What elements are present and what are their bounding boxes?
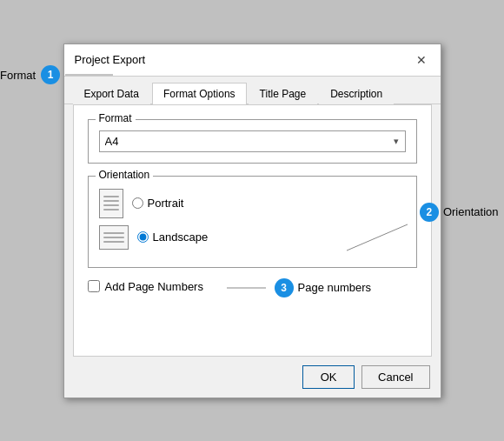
- tab-description[interactable]: Description: [319, 83, 394, 104]
- dialog: Project Export ✕ Export Data Format Opti…: [63, 43, 441, 398]
- tab-export-data[interactable]: Export Data: [73, 83, 150, 104]
- line1: [103, 232, 124, 234]
- annotation-2-bubble: 2: [420, 203, 439, 222]
- line1: [103, 196, 119, 197]
- format-select[interactable]: A4 A3 Letter Legal: [99, 130, 406, 152]
- tab-title-page[interactable]: Title Page: [249, 83, 318, 104]
- landscape-text: Landscape: [153, 231, 209, 244]
- annotation-1-label: Format: [0, 69, 36, 82]
- portrait-label[interactable]: Portrait: [132, 197, 184, 210]
- portrait-lines: [100, 192, 123, 214]
- annotation-1-bubble: 1: [41, 65, 60, 84]
- page-numbers-checkbox[interactable]: [88, 280, 100, 292]
- cancel-button[interactable]: Cancel: [361, 365, 429, 389]
- format-legend: Format: [96, 112, 136, 124]
- portrait-radio[interactable]: [132, 197, 143, 209]
- landscape-radio[interactable]: [137, 231, 149, 243]
- tab-content: Format A4 A3 Letter Legal Orientation: [73, 104, 432, 357]
- line3: [103, 204, 119, 206]
- annotation-3-bubble: 3: [275, 278, 294, 297]
- landscape-label[interactable]: Landscape: [137, 231, 209, 244]
- line3: [103, 241, 124, 243]
- annotation-2-label: Orientation: [443, 205, 499, 218]
- landscape-lines: [100, 229, 128, 246]
- format-select-wrapper: A4 A3 Letter Legal: [99, 130, 406, 152]
- close-button[interactable]: ✕: [413, 51, 430, 69]
- annotation-orientation-group: 2 Orientation: [420, 203, 499, 222]
- orientation-fieldset: Orientation Portrait: [88, 176, 417, 268]
- orientation-legend: Orientation: [96, 169, 154, 181]
- page-numbers-row: Add Page Numbers 3 Page numbers: [88, 280, 417, 293]
- dialog-title: Project Export: [75, 53, 146, 66]
- landscape-row: Landscape: [99, 225, 406, 250]
- portrait-row: Portrait: [99, 189, 406, 218]
- title-bar: Project Export ✕: [64, 44, 441, 77]
- line4: [103, 209, 119, 210]
- annotation-2-line: [408, 224, 477, 259]
- annotation-pagenumbers-group: 3 Page numbers: [227, 278, 372, 297]
- tab-format-options[interactable]: Format Options: [152, 83, 247, 104]
- format-fieldset: Format A4 A3 Letter Legal: [88, 119, 417, 164]
- portrait-text: Portrait: [148, 197, 184, 210]
- dialog-footer: OK Cancel: [64, 357, 441, 398]
- line2: [103, 200, 119, 202]
- tab-bar: Export Data Format Options Title Page De…: [64, 77, 441, 104]
- annotation-3-line: [227, 284, 270, 292]
- line2: [103, 237, 124, 238]
- ok-button[interactable]: OK: [302, 365, 355, 389]
- annotation-3-label: Page numbers: [298, 281, 372, 294]
- annotation-1-line: [65, 70, 117, 79]
- portrait-icon: [99, 189, 123, 218]
- page-numbers-label: Add Page Numbers: [105, 280, 203, 293]
- landscape-icon: [99, 225, 129, 250]
